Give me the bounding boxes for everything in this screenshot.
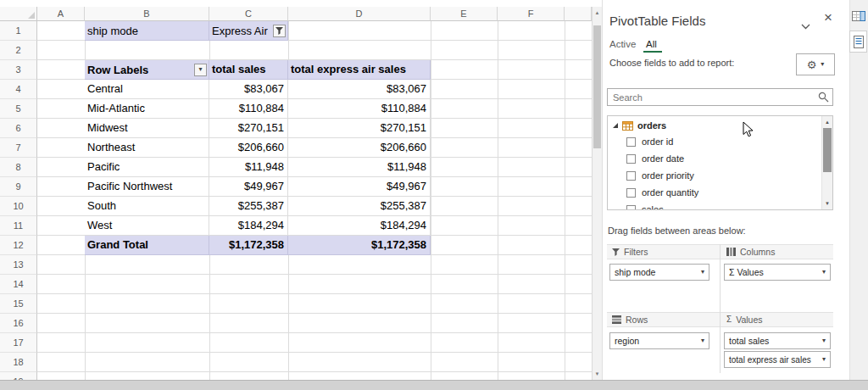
pane-close-button[interactable]: × xyxy=(824,10,832,25)
col-header-total-sales[interactable]: total sales xyxy=(209,60,288,80)
pivot-value-cell[interactable]: $206,660 xyxy=(209,138,288,158)
pivot-value-cell[interactable]: $270,151 xyxy=(209,119,288,138)
tab-all[interactable]: All xyxy=(646,39,657,49)
field-checkbox[interactable] xyxy=(626,154,636,164)
row-header[interactable]: 12 xyxy=(0,236,37,255)
row-labels-dropdown-button[interactable]: ▾ xyxy=(194,64,207,76)
values-chip-total-sales[interactable]: total sales ▾ xyxy=(724,332,831,349)
pivot-row-label[interactable]: Midwest xyxy=(85,119,209,138)
row-header[interactable]: 1 xyxy=(0,21,37,41)
pivot-value-cell[interactable]: $83,067 xyxy=(209,80,288,99)
collapse-triangle-icon[interactable] xyxy=(613,123,618,128)
pivot-row-label[interactable]: West xyxy=(85,216,209,236)
pivot-value-cell[interactable]: $83,067 xyxy=(288,80,431,99)
pane-collapse-button[interactable] xyxy=(801,18,813,28)
pivot-grand-total-row: Grand Total $1,172,358 $1,172,358 xyxy=(85,236,431,255)
pivot-value-cell[interactable]: $110,884 xyxy=(209,99,288,119)
row-header[interactable]: 15 xyxy=(0,294,37,314)
pivot-filter-label-cell[interactable]: ship mode xyxy=(85,21,209,41)
pivot-value-cell[interactable]: $11,948 xyxy=(288,158,431,177)
scrollbar-thumb[interactable] xyxy=(593,25,601,148)
field-item[interactable]: sales xyxy=(626,203,664,210)
pivot-value-cell[interactable]: $49,967 xyxy=(209,177,288,197)
row-header[interactable]: 16 xyxy=(0,314,37,333)
sheet-vertical-scrollbar[interactable]: ▲ ▼ xyxy=(592,7,602,380)
row-header[interactable]: 17 xyxy=(0,333,37,353)
row-header[interactable]: 2 xyxy=(0,41,37,60)
search-icon[interactable] xyxy=(818,92,832,103)
filters-chip-ship-mode[interactable]: ship mode ▾ xyxy=(609,264,709,281)
row-header[interactable]: 8 xyxy=(0,158,37,177)
grand-total-value[interactable]: $1,172,358 xyxy=(209,236,288,255)
pivot-value-cell[interactable]: $270,151 xyxy=(288,119,431,138)
scroll-down-button[interactable]: ▼ xyxy=(822,198,832,209)
empty-row xyxy=(85,41,431,60)
col-header-total-express-air-sales[interactable]: total express air sales xyxy=(288,60,431,80)
row-header[interactable]: 11 xyxy=(0,216,37,236)
column-header-a[interactable]: A xyxy=(37,7,85,21)
filters-label: Filters xyxy=(624,247,648,257)
document-pane-icon[interactable] xyxy=(849,31,867,53)
column-header-e[interactable]: E xyxy=(431,7,498,21)
row-header[interactable]: 3 xyxy=(0,60,37,80)
columns-chip-values[interactable]: Σ Values ▾ xyxy=(724,264,831,281)
pivot-value-cell[interactable]: $11,948 xyxy=(209,158,288,177)
select-all-corner[interactable] xyxy=(0,7,37,21)
pivot-row-label[interactable]: Central xyxy=(85,80,209,99)
row-labels-header-cell[interactable]: Row Labels ▾ xyxy=(85,60,209,80)
scroll-up-button[interactable]: ▲ xyxy=(593,7,602,19)
pivot-value-cell[interactable]: $206,660 xyxy=(288,138,431,158)
pivot-row-label[interactable]: Mid-Atlantic xyxy=(85,99,209,119)
search-input[interactable] xyxy=(608,92,818,103)
column-header-c[interactable]: C xyxy=(209,7,288,21)
row-header[interactable]: 7 xyxy=(0,138,37,158)
values-chip-total-express-air-sales[interactable]: total express air sales ▾ xyxy=(724,351,831,368)
scroll-up-button[interactable]: ▲ xyxy=(822,117,832,127)
pivot-row-label[interactable]: Northeast xyxy=(85,138,209,158)
field-item[interactable]: order quantity xyxy=(626,186,698,199)
column-header-partial[interactable] xyxy=(565,7,592,21)
pivot-row-label[interactable]: Pacific Northwest xyxy=(85,177,209,197)
filter-applied-button[interactable] xyxy=(273,25,286,37)
row-header[interactable]: 6 xyxy=(0,119,37,138)
field-item[interactable]: order priority xyxy=(626,169,694,182)
field-checkbox[interactable] xyxy=(626,171,636,181)
pivot-filter-value-cell[interactable]: Express Air xyxy=(209,21,288,41)
column-header-d[interactable]: D xyxy=(288,7,431,21)
pivot-value-cell[interactable]: $255,387 xyxy=(288,197,431,216)
field-group-orders[interactable]: orders xyxy=(613,120,666,131)
gridline xyxy=(431,21,431,380)
column-header-b[interactable]: B xyxy=(85,7,209,21)
field-list-scrollbar[interactable]: ▲ ▼ xyxy=(821,116,832,209)
row-header[interactable]: 14 xyxy=(0,275,37,294)
field-checkbox[interactable] xyxy=(626,205,636,211)
pivot-value-cell[interactable]: $184,294 xyxy=(209,216,288,236)
grand-total-label[interactable]: Grand Total xyxy=(85,236,209,255)
grand-total-value[interactable]: $1,172,358 xyxy=(288,236,431,255)
field-checkbox[interactable] xyxy=(626,188,636,198)
field-checkbox[interactable] xyxy=(626,137,636,147)
row-header[interactable]: 4 xyxy=(0,80,37,99)
row-header[interactable]: 5 xyxy=(0,99,37,119)
filters-area-header: Filters xyxy=(612,246,648,258)
tools-button[interactable]: ⚙ ▾ xyxy=(796,53,835,75)
column-header-f[interactable]: F xyxy=(498,7,565,21)
pivot-value-cell[interactable]: $110,884 xyxy=(288,99,431,119)
pivot-row-label[interactable]: South xyxy=(85,197,209,216)
row-header[interactable]: 18 xyxy=(0,353,37,372)
row-header[interactable]: 10 xyxy=(0,197,37,216)
row-header[interactable]: 13 xyxy=(0,255,37,275)
scroll-down-button[interactable]: ▼ xyxy=(593,368,602,380)
rows-chip-region[interactable]: region ▾ xyxy=(609,332,709,349)
pivot-value-cell[interactable]: $184,294 xyxy=(288,216,431,236)
pivot-row-label[interactable]: Pacific xyxy=(85,158,209,177)
scrollbar-thumb[interactable] xyxy=(823,128,832,172)
pivot-value-cell[interactable]: $255,387 xyxy=(209,197,288,216)
fields-pane-toggle-icon[interactable] xyxy=(851,8,866,25)
field-item[interactable]: order date xyxy=(626,152,684,165)
field-list[interactable]: orders order id order date order priorit… xyxy=(607,115,833,210)
row-header[interactable]: 9 xyxy=(0,177,37,197)
pivot-value-cell[interactable]: $49,967 xyxy=(288,177,431,197)
field-item[interactable]: order id xyxy=(626,135,673,148)
tab-active[interactable]: Active xyxy=(609,39,636,49)
